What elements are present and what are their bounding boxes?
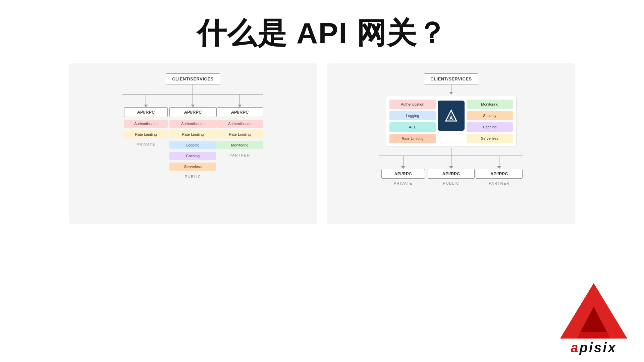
right-private-label: PRIVATE (394, 181, 413, 185)
page-title: 什么是 API 网关？ (0, 0, 644, 63)
public-features: Authentication Rate-Limiting Logging Cac… (169, 118, 216, 172)
apisix-logo-small-icon: A (444, 108, 459, 123)
r-partner-arrow (497, 166, 501, 169)
right-private-api-rpc: API/RPC (381, 169, 425, 179)
right-partner-api-rpc: API/RPC (476, 169, 523, 179)
public-rate-limiting: Rate-Limiting (169, 130, 216, 138)
r-partner-top-conn (499, 156, 499, 166)
gw-acl: ACL (389, 122, 436, 132)
r-private-arrow (401, 166, 405, 169)
partner-monitoring: Monitoring (216, 141, 263, 149)
private-top-connector (146, 95, 146, 105)
right-client-services: CLIENT/SERVICES (424, 73, 478, 84)
partner-rate-limiting: Rate-Limiting (216, 130, 263, 138)
right-public-col: API/RPC PUBLIC (427, 156, 475, 185)
partner-arrow (238, 105, 242, 107)
right-top-arrow (449, 92, 453, 95)
gw-serverless: Serverless (467, 134, 513, 143)
gw-logo-cell: A (438, 101, 465, 131)
right-top-connector (451, 84, 451, 92)
gw-caching: Caching (467, 122, 513, 132)
diagrams-container: CLIENT/SERVICES API/RPC Authentication R… (0, 63, 644, 224)
public-top-connector (193, 95, 193, 105)
gw-rate-limiting: Rate-Limiting (389, 134, 436, 143)
right-mid-connector (451, 148, 451, 156)
svg-text:A: A (449, 115, 453, 121)
left-private-col: API/RPC Authentication Rate-Limiting PRI… (122, 95, 169, 179)
right-partner-col: API/RPC PARTNER (475, 156, 523, 185)
public-authentication: Authentication (169, 120, 216, 128)
private-arrow (144, 105, 148, 107)
partner-api-rpc: API/RPC (216, 107, 263, 117)
r-public-top-conn (451, 156, 451, 166)
right-partner-label: PARTNER (489, 181, 509, 185)
right-diagram-box: CLIENT/SERVICES Authentication A (327, 63, 575, 224)
r-public-arrow (449, 166, 453, 169)
right-gateway-grid: Authentication A Monitoring Logging Secu… (389, 100, 513, 132)
left-top-connector (193, 84, 193, 94)
apisix-wordmark: apisix (571, 340, 616, 355)
private-authentication: Authentication (124, 120, 168, 128)
gw-security: Security (467, 111, 513, 120)
partner-features: Authentication Rate-Limiting Monitoring (216, 118, 263, 150)
right-public-label: PUBLIC (443, 181, 460, 185)
private-label: PRIVATE (137, 142, 155, 146)
right-private-col: API/RPC PRIVATE (379, 156, 427, 185)
gw-authentication: Authentication (389, 100, 436, 109)
right-gateway-box: Authentication A Monitoring Logging Secu… (386, 96, 517, 147)
public-logging: Logging (169, 141, 216, 149)
r-private-top-conn (403, 156, 404, 166)
partner-authentication: Authentication (216, 120, 263, 128)
right-diagram: CLIENT/SERVICES Authentication A (337, 73, 565, 185)
private-api-rpc: API/RPC (124, 107, 168, 117)
apisix-triangle-icon (557, 280, 631, 344)
left-branches: API/RPC Authentication Rate-Limiting PRI… (122, 95, 263, 179)
right-api-branches: API/RPC PRIVATE API/RPC PUBLIC API/RPC P… (379, 156, 523, 185)
left-partner-col: API/RPC Authentication Rate-Limiting Mon… (216, 95, 263, 179)
left-diagram-box: CLIENT/SERVICES API/RPC Authentication R… (69, 63, 317, 224)
apisix-logo: apisix (557, 280, 631, 355)
left-client-services: CLIENT/SERVICES (166, 73, 220, 84)
public-serverless: Serverless (169, 163, 216, 171)
private-features: Authentication Rate-Limiting (124, 118, 168, 140)
public-caching: Caching (169, 152, 216, 160)
gw-bottom-row: Rate-Limiting Serverless (389, 134, 513, 143)
left-diagram: CLIENT/SERVICES API/RPC Authentication R… (79, 73, 307, 179)
gw-logging: Logging (389, 111, 436, 120)
left-h-bar (122, 94, 263, 95)
public-label: PUBLIC (185, 175, 201, 179)
right-public-api-rpc: API/RPC (428, 169, 475, 179)
public-arrow (191, 105, 195, 107)
public-api-rpc: API/RPC (169, 107, 216, 117)
left-public-col: API/RPC Authentication Rate-Limiting Log… (169, 95, 216, 179)
right-h-bar (379, 156, 523, 156)
gw-monitoring: Monitoring (467, 100, 513, 109)
partner-label: PARTNER (229, 153, 250, 157)
private-rate-limiting: Rate-Limiting (124, 130, 168, 138)
partner-top-connector (239, 95, 240, 105)
